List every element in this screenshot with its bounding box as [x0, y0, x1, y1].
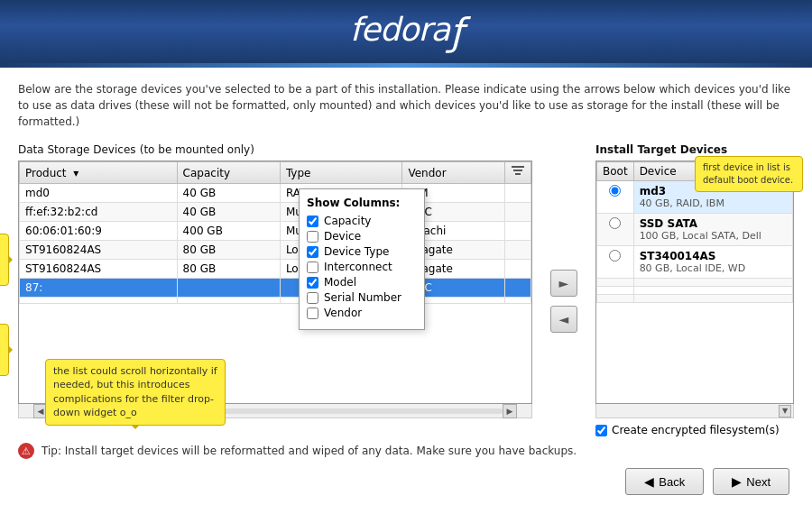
checkbox-model[interactable]: [307, 277, 318, 289]
install-table-row-empty: [597, 279, 793, 287]
scroll-right-arrow[interactable]: ▶: [503, 404, 517, 418]
install-scroll-bar[interactable]: ▼: [595, 404, 794, 418]
cell-product: 60:06:01:60:9: [20, 222, 178, 241]
cell-capacity: 80 GB: [177, 260, 280, 279]
checkbox-device[interactable]: [307, 231, 318, 243]
svg-rect-2: [515, 173, 521, 175]
fedora-logo-f: ƒ: [449, 10, 462, 54]
table-row[interactable]: ST9160824AS 80 GB Local SATA Seagate: [20, 241, 531, 260]
show-columns-item[interactable]: Capacity: [307, 215, 417, 227]
fedora-logo: fedoraƒ: [350, 10, 462, 54]
table-row[interactable]: 60:06:01:60:9 400 GB Multipath Hitachi: [20, 222, 531, 241]
table-row[interactable]: ff:ef:32:b2:cd 40 GB Multipath EMC: [20, 203, 531, 222]
right-panel: Install Target Devices first device in l…: [595, 143, 794, 432]
col-type[interactable]: Type: [280, 162, 402, 184]
next-arrow-icon: ▶: [732, 474, 742, 489]
right-panel-title: Install Target Devices: [595, 143, 794, 156]
cell-product: ff:ef:32:b2:cd: [20, 203, 178, 222]
encrypt-checkbox-row[interactable]: Create encrypted filesystem(s): [595, 424, 794, 436]
show-columns-title: Show Columns:: [307, 197, 417, 209]
col-vendor[interactable]: Vendor: [402, 162, 505, 184]
checkbox-device-type[interactable]: [307, 246, 318, 258]
next-button[interactable]: ▶ Next: [713, 468, 789, 495]
back-arrow-icon: ◀: [644, 474, 654, 489]
checkbox-serial[interactable]: [307, 292, 318, 304]
show-columns-item[interactable]: Device: [307, 230, 417, 243]
device-cell: ST340014AS 80 GB, Local IDE, WD: [633, 246, 792, 279]
table-row[interactable]: 87: EMC: [20, 279, 531, 298]
show-columns-popup: Show Columns: Capacity Device Device Typ…: [299, 188, 425, 330]
boot-radio-ssd[interactable]: [609, 217, 621, 229]
header: fedoraƒ: [0, 0, 812, 63]
back-button-label: Back: [659, 475, 685, 489]
table-row[interactable]: md0 40 GB RAID IBM: [20, 184, 531, 203]
show-columns-item[interactable]: Device Type: [307, 245, 417, 258]
cell-capacity: 80 GB: [177, 241, 280, 260]
scroll-down-arrow[interactable]: ▼: [779, 405, 791, 417]
boot-radio-cell[interactable]: [597, 181, 634, 214]
move-left-button[interactable]: ◄: [550, 306, 577, 333]
back-button[interactable]: ◀ Back: [625, 468, 704, 495]
tip-bar: ⚠ Tip: Install target devices will be re…: [18, 443, 794, 459]
boot-radio-cell[interactable]: [597, 214, 634, 246]
tooltip-click-select: Click or shift+click to select, then hit…: [0, 324, 9, 376]
cell-capacity: 400 GB: [177, 222, 280, 241]
next-button-label: Next: [746, 475, 770, 489]
show-columns-item[interactable]: Interconnect: [307, 261, 417, 273]
checkbox-capacity[interactable]: [307, 216, 318, 227]
show-columns-item[interactable]: Model: [307, 276, 417, 289]
intro-text: Below are the storage devices you've sel…: [18, 81, 794, 130]
left-panel: User could adjust column width to view f…: [18, 143, 532, 432]
cell-capacity: [177, 279, 280, 298]
panels-container: User could adjust column width to view f…: [18, 143, 794, 432]
install-table-row-empty: [597, 287, 793, 295]
install-table-row[interactable]: ST340014AS 80 GB, Local IDE, WD: [597, 246, 793, 279]
show-columns-item[interactable]: Serial Number: [307, 291, 417, 304]
svg-rect-0: [512, 166, 524, 168]
cell-capacity: 40 GB: [177, 203, 280, 222]
checkbox-interconnect[interactable]: [307, 262, 318, 273]
transfer-arrows: ► ◄: [546, 143, 582, 432]
boot-radio-st340[interactable]: [609, 250, 621, 262]
install-table-row[interactable]: SSD SATA 100 GB, Local SATA, Dell: [597, 214, 793, 246]
col-capacity[interactable]: Capacity: [177, 162, 280, 184]
col-filter-icon[interactable]: [505, 162, 531, 184]
table-row[interactable]: [20, 298, 531, 304]
move-right-button[interactable]: ►: [550, 270, 577, 297]
col-boot: Boot: [597, 162, 634, 181]
cell-product: 87:: [20, 279, 178, 298]
storage-table: Product ▾ Capacity Type Vendor: [19, 161, 531, 304]
cell-product: ST9160824AS: [20, 260, 178, 279]
device-cell: SSD SATA 100 GB, Local SATA, Dell: [633, 214, 792, 246]
cell-product: md0: [20, 184, 178, 203]
boot-radio-md3[interactable]: [609, 185, 621, 197]
show-columns-item[interactable]: Vendor: [307, 307, 417, 319]
bottom-bar: ◀ Back ▶ Next: [18, 468, 794, 495]
install-table-row-empty: [597, 295, 793, 303]
tooltip-scroll: the list could scroll horizontally if ne…: [45, 359, 226, 426]
col-product[interactable]: Product ▾: [20, 162, 178, 184]
tooltip-column-width: User could adjust column width to view f…: [0, 234, 9, 286]
install-table-container[interactable]: Boot Device md3 40 GB,: [595, 161, 794, 404]
boot-radio-cell[interactable]: [597, 246, 634, 279]
left-panel-title: Data Storage Devices (to be mounted only…: [18, 143, 532, 156]
svg-rect-1: [513, 170, 522, 171]
tip-text: Tip: Install target devices will be refo…: [42, 445, 577, 457]
cell-capacity: 40 GB: [177, 184, 280, 203]
tooltip-first-device: first device in list is default boot dev…: [695, 156, 803, 192]
main-content: Below are the storage devices you've sel…: [0, 68, 812, 523]
cell-product: ST9160824AS: [20, 241, 178, 260]
encrypt-label[interactable]: Create encrypted filesystem(s): [612, 424, 780, 436]
checkbox-vendor[interactable]: [307, 307, 318, 319]
encrypt-checkbox[interactable]: [595, 425, 607, 436]
tip-icon: ⚠: [18, 443, 34, 459]
table-row[interactable]: ST9160824AS 80 GB Local SATA Seagate: [20, 260, 531, 279]
